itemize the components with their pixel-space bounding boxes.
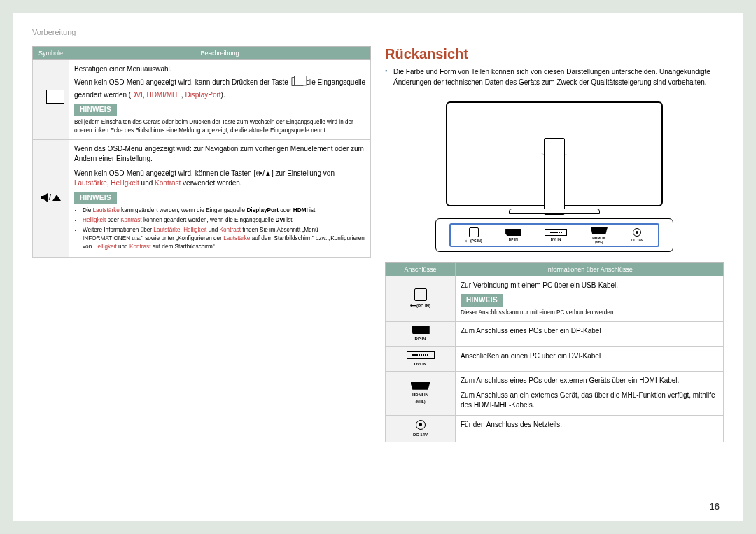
th-connections: Anschlüsse xyxy=(386,263,456,276)
link-volume: Lautstärke xyxy=(223,235,250,241)
table-row: Bestätigen einer Menüauswahl. Wenn kein … xyxy=(33,60,371,140)
hdmi-port-icon xyxy=(411,382,430,390)
table-row: / Wenn das OSD-Menü angezeigt wird: zur … xyxy=(33,139,371,257)
port-hdmi: HDMI IN(MHL) xyxy=(591,227,608,244)
hdmi-desc2: Zum Anschluss an ein externes Gerät, das… xyxy=(461,391,718,411)
left-column: Symbole Beschreibung Bestätigen einer Me… xyxy=(32,46,371,509)
port-label: HDMI IN xyxy=(412,392,428,398)
text: verwendet werden. xyxy=(181,179,241,187)
text: ist. xyxy=(308,207,317,213)
confirm-text: Bestätigen einer Menüauswahl. xyxy=(74,64,365,75)
text: können geändert werden, wenn die Eingang… xyxy=(142,217,276,223)
link-brightness: Helligkeit xyxy=(83,217,106,223)
port-dc: DC 14V xyxy=(631,228,644,242)
source-icon xyxy=(43,92,59,104)
dc-port-icon xyxy=(416,420,426,430)
text: oder xyxy=(106,217,120,223)
port-label: ⟵(PC IN) xyxy=(465,239,482,243)
table-row: ⟵(PC IN) Zur Verbindung mit einem PC übe… xyxy=(386,276,724,322)
hinweis-badge: HINWEIS xyxy=(74,192,117,205)
osd-shown-text: Wenn das OSD-Menü angezeigt wird: zur Na… xyxy=(74,144,365,164)
hinweis-badge: HINWEIS xyxy=(461,294,503,307)
link-dvi: DVI xyxy=(131,91,143,99)
conn-desc: Zum Anschluss eines PCs oder externen Ge… xyxy=(456,372,724,416)
port-label: DC 14V xyxy=(631,238,644,242)
stand-neck xyxy=(544,138,565,215)
link-brightness: Helligkeit xyxy=(111,179,139,187)
manual-page: Vorbereitung Symbole Beschreibung xyxy=(13,13,743,521)
conn-icon-dvi: DVI IN xyxy=(386,346,456,372)
two-column-layout: Symbole Beschreibung Bestätigen einer Me… xyxy=(32,46,724,509)
page-number: 16 xyxy=(710,501,720,512)
list-item: Weitere Informationen über Lautstärke, H… xyxy=(83,226,365,251)
usb-hinweis: Dieser Anschluss kann nur mit einem PC v… xyxy=(461,309,718,317)
bold-hdmi: HDMI xyxy=(293,207,308,213)
th-symbols: Symbole xyxy=(33,47,69,60)
conn-desc: Anschließen an einen PC über ein DVI-Kab… xyxy=(456,346,724,372)
rear-view-diagram: SAMSUNG ⟵(PC IN) DP IN DVI IN HDMI IN(MH… xyxy=(385,94,724,255)
text: Weitere Informationen über xyxy=(83,227,153,233)
conn-desc: Für den Anschluss des Netzteils. xyxy=(456,415,724,442)
link-brightness: Helligkeit xyxy=(183,227,206,233)
usb-desc: Zur Verbindung mit einem PC über ein USB… xyxy=(461,281,718,291)
right-column: Rückansicht Die Farbe und Form von Teile… xyxy=(385,46,724,509)
text: Wenn kein OSD-Menü angezeigt wird, kann … xyxy=(74,78,290,85)
connections-table: Anschlüsse Informationen über Anschlüsse… xyxy=(385,262,724,442)
conn-desc: Zur Verbindung mit einem PC über ein USB… xyxy=(456,276,724,322)
usb-port-icon xyxy=(414,288,427,301)
hinweis-text: Bei jedem Einschalten des Geräts oder be… xyxy=(74,118,365,135)
volume-up-icon: / xyxy=(41,192,61,204)
hinweis-badge: HINWEIS xyxy=(74,104,117,117)
table-row: DC 14V Für den Anschluss des Netzteils. xyxy=(386,415,724,442)
bold-dp: DisplayPort xyxy=(246,207,279,213)
dp-port-icon xyxy=(412,326,430,334)
bold-dvi: DVI xyxy=(275,217,285,223)
port-sublabel: (MHL) xyxy=(415,400,425,405)
intro-note: Die Farbe und Form von Teilen können sic… xyxy=(385,66,724,87)
port-sublabel: (MHL) xyxy=(595,240,603,244)
port-panel: ⟵(PC IN) DP IN DVI IN HDMI IN(MHL) DC 14… xyxy=(435,218,673,252)
link-contrast: Kontrast xyxy=(130,244,151,250)
conn-icon-dp: DP IN xyxy=(386,321,456,346)
text: und xyxy=(117,244,130,250)
conn-icon-dc: DC 14V xyxy=(386,415,456,442)
text: Die xyxy=(83,207,93,213)
dvi-port-icon xyxy=(407,351,435,359)
link-volume: Lautstärke xyxy=(153,227,180,233)
description-cell: Wenn das OSD-Menü angezeigt wird: zur Na… xyxy=(69,139,371,257)
conn-desc: Zum Anschluss eines PCs über ein DP-Kabe… xyxy=(456,321,724,346)
th-conn-info: Informationen über Anschlüsse xyxy=(456,263,724,276)
text: und xyxy=(139,179,155,187)
link-dp: DisplayPort xyxy=(185,91,220,99)
port-usb: ⟵(PC IN) xyxy=(465,227,482,243)
link-contrast: Kontrast xyxy=(220,227,241,233)
link-volume: Lautstärke xyxy=(93,207,120,213)
hdmi-desc1: Zum Anschluss eines PCs oder externen Ge… xyxy=(461,376,718,386)
text: kann geändert werden, wenn die Eingangsq… xyxy=(120,207,247,213)
no-osd-vol-text: Wenn kein OSD-Menü angezeigt wird, könne… xyxy=(74,169,365,189)
link-hdmi: HDMI/MHL xyxy=(146,91,181,99)
port-label: DVI IN xyxy=(414,361,427,367)
table-row: HDMI IN(MHL) Zum Anschluss eines PCs ode… xyxy=(386,372,724,416)
symbols-table: Symbole Beschreibung Bestätigen einer Me… xyxy=(32,46,371,258)
port-dvi: DVI IN xyxy=(545,229,567,241)
port-label: ⟵(PC IN) xyxy=(410,303,430,309)
text: auf dem Startbildschirm". xyxy=(150,244,216,250)
port-label: DC 14V xyxy=(413,432,428,438)
hinweis-list: Die Lautstärke kann geändert werden, wen… xyxy=(74,206,365,251)
link-volume: Lautstärke xyxy=(74,179,107,187)
list-item: Die Lautstärke kann geändert werden, wen… xyxy=(83,206,365,215)
list-item: Helligkeit oder Kontrast können geändert… xyxy=(83,216,365,225)
description-cell: Bestätigen einer Menüauswahl. Wenn kein … xyxy=(69,60,371,140)
no-osd-text: Wenn kein OSD-Menü angezeigt wird, kann … xyxy=(74,75,365,101)
port-label: DP IN xyxy=(415,336,426,342)
conn-icon-hdmi: HDMI IN(MHL) xyxy=(386,372,456,416)
port-label: DVI IN xyxy=(551,237,561,241)
symbol-cell-source xyxy=(33,60,69,140)
rear-view-title: Rückansicht xyxy=(385,46,724,62)
link-contrast: Kontrast xyxy=(155,179,181,187)
th-description: Beschreibung xyxy=(69,47,371,60)
port-dp: DP IN xyxy=(505,229,521,241)
link-contrast: Kontrast xyxy=(120,217,142,223)
text: und xyxy=(206,227,219,233)
